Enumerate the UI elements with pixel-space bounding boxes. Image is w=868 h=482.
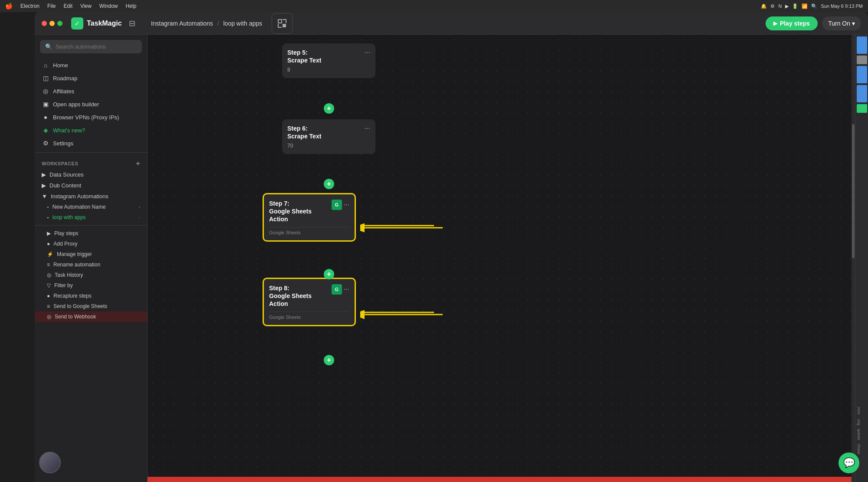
step-card-6[interactable]: Step 6:Scrape Text ··· 70 [282, 119, 375, 154]
step8-footer: Google Sheets [269, 311, 349, 320]
sidebar-item-whats-new[interactable]: ◈ What's new? [35, 124, 147, 137]
action-play-steps[interactable]: ▶ Play steps [35, 228, 147, 239]
breadcrumb: Instagram Automations / loop with apps [151, 20, 262, 27]
recapture-icon: ● [47, 293, 50, 299]
home-icon: ⌂ [42, 62, 49, 69]
action-task-history[interactable]: ◎ Task History [35, 270, 147, 280]
resize-tool[interactable] [272, 13, 293, 34]
menu-help[interactable]: Help [126, 3, 137, 9]
step-card-7[interactable]: Step 7:Google SheetsAction G ··· Google … [263, 193, 356, 242]
step5-menu[interactable]: ··· [365, 49, 370, 56]
scroll-track[interactable] [852, 35, 855, 482]
arrow-annotation-8 [360, 306, 447, 323]
step8-menu[interactable]: ··· [344, 285, 349, 293]
action-rename-automation[interactable]: ≡ Rename automation [35, 259, 147, 270]
logo-area: ✓ TaskMagic [71, 17, 122, 30]
search-box[interactable]: 🔍 [40, 40, 142, 53]
action-manage-trigger[interactable]: ⚡ Manage trigger [35, 249, 147, 259]
breadcrumb-part1[interactable]: Instagram Automations [151, 20, 213, 27]
close-button[interactable] [42, 21, 47, 26]
step6-menu[interactable]: ··· [365, 125, 370, 132]
main-content: Step 5:Scrape Text ··· 8 + Step 6:Scrape… [148, 35, 855, 482]
nav-divider-1 [35, 152, 147, 153]
minimize-button[interactable] [49, 21, 55, 26]
menu-edit[interactable]: Edit [63, 3, 72, 9]
action-label-manage-trigger: Manage trigger [57, 251, 92, 257]
sidebar-item-roadmap[interactable]: ◫ Roadmap [35, 72, 147, 85]
menu-window[interactable]: Window [99, 3, 118, 9]
sidebar-label-settings: Settings [53, 140, 73, 147]
chevron-right-icon: ▶ [42, 171, 46, 178]
action-label-send-to-google-sheets: Send to Google Sheets [53, 303, 107, 309]
sidebar-label-home: Home [53, 62, 68, 69]
roadmap-icon: ◫ [42, 75, 49, 82]
settings-icon[interactable]: ⚙ [770, 3, 775, 9]
settings-sidebar-icon: ⚙ [42, 140, 49, 147]
menu-file[interactable]: File [47, 3, 56, 9]
media-icon[interactable]: ▶ [785, 3, 789, 9]
workspace-data-sources[interactable]: ▶ Data Sources [35, 169, 147, 180]
play-steps-button[interactable]: ▶ Play steps [766, 16, 818, 30]
workspace-label-instagram-automations: Instagram Automations [51, 193, 108, 200]
step-card-8[interactable]: Step 8:Google SheetsAction G ··· Google … [263, 278, 356, 326]
breadcrumb-part2[interactable]: loop with apps [223, 20, 262, 27]
side-label-chase: chase [857, 444, 861, 454]
mac-menubar: 🍎 Electron File Edit View Window Help 🔔 … [0, 0, 868, 12]
history-icon: ◎ [47, 272, 51, 278]
action-send-to-google-sheets[interactable]: ≡ Send to Google Sheets [35, 301, 147, 311]
trigger-icon: ⚡ [47, 251, 53, 257]
chevron-down-icon-wa: ▼ [42, 193, 47, 200]
connector-4[interactable]: + [324, 355, 334, 365]
workspace-dub-content[interactable]: ▶ Dub Content [35, 180, 147, 191]
google-sheets-icon-8: G [332, 284, 342, 295]
canvas[interactable]: Step 5:Scrape Text ··· 8 + Step 6:Scrape… [148, 35, 855, 482]
workspace-loop-with-apps[interactable]: ● loop with apps · [35, 212, 147, 223]
workspace-instagram-automations[interactable]: ▼ Instagram Automations [35, 191, 147, 202]
step5-title: Step 5:Scrape Text [287, 49, 321, 64]
notification-icon[interactable]: 🔔 [761, 3, 767, 9]
action-label-play-steps: Play steps [54, 230, 78, 236]
action-add-proxy[interactable]: ● Add Proxy [35, 239, 147, 249]
play-steps-label: Play steps [780, 20, 810, 27]
thumb-3 [857, 66, 867, 83]
sidebar-item-browser-vpns[interactable]: ● Browser VPNs (Proxy IPs) [35, 111, 147, 124]
connector-1[interactable]: + [324, 103, 334, 114]
action-filter-by[interactable]: ▽ Filter by [35, 280, 147, 291]
action-label-send-to-webhook: Send to Webhook [55, 314, 96, 320]
step-card-5[interactable]: Step 5:Scrape Text ··· 8 [282, 43, 375, 78]
filter-icon: ▽ [47, 282, 51, 289]
connector-2[interactable]: + [324, 179, 334, 189]
thumb-1 [857, 36, 867, 54]
search-input[interactable] [56, 43, 137, 50]
connector-3[interactable]: + [324, 269, 334, 279]
workspace-new-automation-name[interactable]: ● New Automation Name · [35, 202, 147, 212]
sidebar-item-affiliates[interactable]: ◎ Affiliates [35, 85, 147, 98]
action-recapture-steps[interactable]: ● Recapture steps [35, 291, 147, 301]
sidebar-toggle-button[interactable]: ⊟ [127, 17, 137, 30]
fullscreen-button[interactable] [57, 21, 62, 26]
svg-rect-1 [283, 24, 286, 27]
scroll-thumb[interactable] [852, 124, 855, 258]
workspace-label-data-sources: Data Sources [49, 171, 84, 178]
add-workspace-button[interactable]: + [136, 160, 140, 167]
step7-title: Step 7:Google SheetsAction [269, 200, 312, 223]
menu-electron[interactable]: Electron [20, 3, 39, 9]
n-icon[interactable]: N [778, 3, 782, 9]
webhook-icon: ◎ [47, 314, 51, 320]
sidebar-item-settings[interactable]: ⚙ Settings [35, 137, 147, 150]
sidebar-label-roadmap: Roadmap [53, 75, 77, 82]
sidebar-item-open-apps-builder[interactable]: ▣ Open apps builder [35, 98, 147, 111]
menu-view[interactable]: View [80, 3, 92, 9]
apple-menu[interactable]: 🍎 [5, 3, 13, 10]
turn-on-button[interactable]: Turn On ▾ [822, 16, 861, 30]
action-label-add-proxy: Add Proxy [53, 241, 77, 247]
search-icon[interactable]: 🔍 [811, 3, 817, 9]
dot-icon-2: ● [47, 216, 49, 220]
step7-menu[interactable]: ··· [344, 201, 349, 209]
dot-icon-1: ● [47, 205, 49, 209]
title-bar-actions: ▶ Play steps Turn On ▾ [766, 16, 861, 30]
chat-bubble-button[interactable]: 💬 [838, 452, 859, 473]
step8-title: Step 8:Google SheetsAction [269, 284, 312, 308]
action-send-to-webhook[interactable]: ◎ Send to Webhook [35, 311, 147, 322]
sidebar-item-home[interactable]: ⌂ Home [35, 59, 147, 72]
